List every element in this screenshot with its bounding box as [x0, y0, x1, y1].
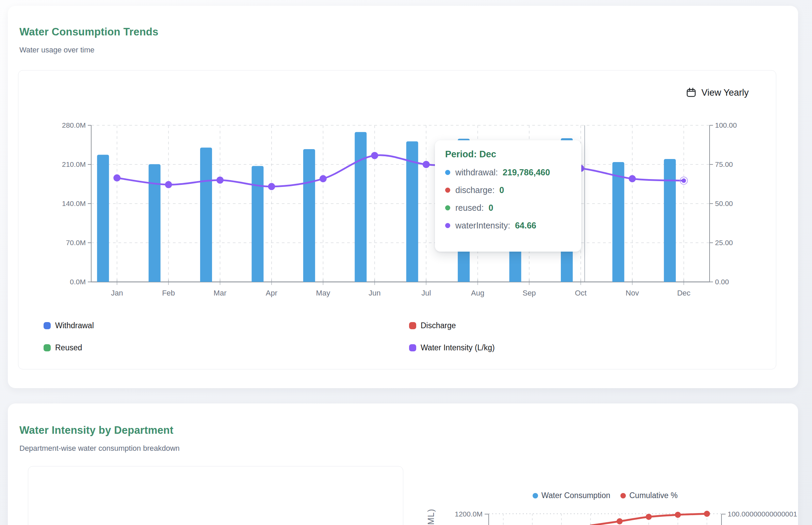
tooltip-row: withdrawal:219,786,460 — [445, 167, 571, 177]
card2-subtitle: Department-wise water consumption breakd… — [19, 444, 180, 453]
legend-item-withdrawal[interactable]: Withdrawal — [44, 321, 94, 330]
series-dot-icon — [445, 188, 450, 193]
department-chart-panel — [28, 466, 403, 525]
tooltip-series-value: 0 — [488, 203, 493, 213]
legend-label: Withdrawal — [55, 321, 94, 330]
legend-label: Water Intensity (L/kg) — [420, 343, 495, 352]
legend-label: Reused — [55, 343, 82, 352]
card1-title: Water Consumption Trends — [19, 26, 158, 38]
pareto-legend-item-cumulative-[interactable]: Cumulative % — [621, 491, 677, 500]
legend-item-reused[interactable]: Reused — [44, 343, 82, 352]
legend-dot-icon — [533, 493, 538, 498]
tooltip-rows: withdrawal:219,786,460discharge:0reused:… — [445, 167, 571, 230]
tooltip-series-value: 64.66 — [515, 221, 536, 230]
tooltip-series-value: 0 — [499, 185, 504, 195]
tooltip-row: reused:0 — [445, 203, 571, 213]
trends-chart-panel — [18, 70, 776, 370]
legend-swatch — [44, 344, 51, 351]
legend-swatch — [44, 322, 51, 329]
tooltip-series-label: discharge: — [455, 185, 494, 195]
tooltip-series-label: reused: — [455, 203, 484, 213]
legend-label: Discharge — [420, 321, 456, 330]
legend-label: Cumulative % — [629, 491, 677, 500]
series-dot-icon — [445, 223, 450, 228]
tooltip-row: waterIntensity:64.66 — [445, 221, 571, 230]
tooltip-series-label: withdrawal: — [455, 167, 498, 177]
legend-dot-icon — [621, 493, 626, 498]
series-dot-icon — [445, 205, 450, 210]
tooltip-series-label: waterIntensity: — [455, 221, 510, 230]
legend-swatch — [409, 344, 416, 351]
series-dot-icon — [445, 170, 450, 175]
view-yearly-label: View Yearly — [701, 88, 749, 98]
calendar-icon — [686, 88, 696, 98]
pareto-legend-item-water-consumption[interactable]: Water Consumption — [533, 491, 610, 500]
tooltip-series-value: 219,786,460 — [503, 167, 550, 177]
legend-item-water-intensity-l-kg-[interactable]: Water Intensity (L/kg) — [409, 343, 495, 352]
tooltip-row: discharge:0 — [445, 185, 571, 195]
legend-label: Water Consumption — [541, 491, 610, 500]
legend-item-discharge[interactable]: Discharge — [409, 321, 456, 330]
card1-subtitle: Water usage over time — [19, 46, 95, 55]
card2-title: Water Intensity by Department — [19, 424, 173, 436]
pareto-legend: Water ConsumptionCumulative % — [489, 491, 721, 500]
chart-tooltip: Period: Dec withdrawal:219,786,460discha… — [435, 140, 581, 252]
pareto-y-axis-title: Water Consumption (ML) — [426, 509, 436, 525]
view-yearly-button[interactable]: View Yearly — [686, 85, 749, 100]
dashboard-page: Water Consumption Trends Water usage ove… — [0, 0, 812, 525]
tooltip-title: Period: Dec — [445, 149, 571, 160]
legend-swatch — [409, 322, 416, 329]
